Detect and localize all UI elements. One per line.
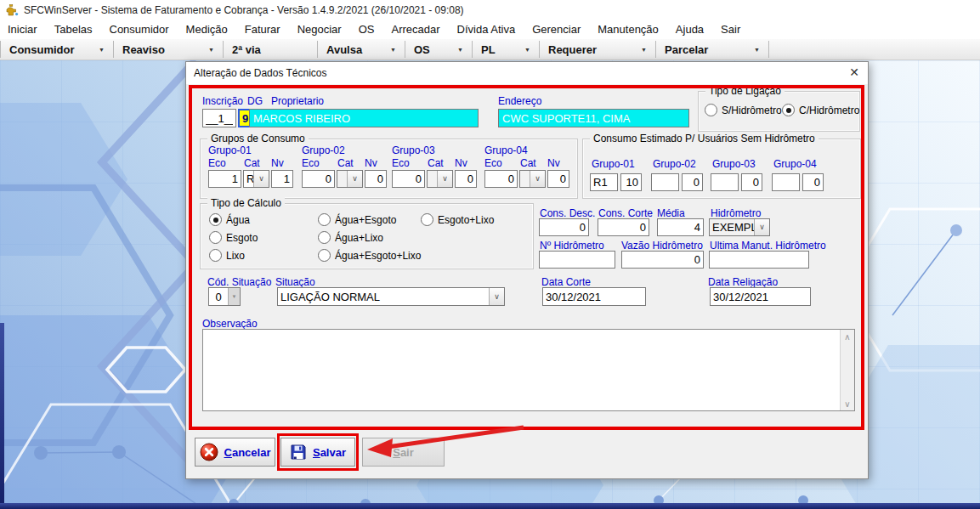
estimado-grupo03-label: Grupo-03 — [712, 158, 756, 170]
toolbar-requerer-button[interactable]: Requerer ▼ — [540, 39, 655, 59]
radio-agua-esgoto-lixo[interactable]: Água+Esgoto+Lixo — [318, 249, 421, 262]
menu-gerenciar[interactable]: Gerenciar — [532, 23, 581, 36]
estimado-grupo01-valor-input[interactable] — [620, 173, 642, 191]
cod-situacao-value: 0 — [209, 291, 228, 303]
toolbar-avulsa-button[interactable]: Avulsa ▼ — [318, 39, 405, 59]
radio-circle-icon — [318, 249, 331, 262]
radio-lixo[interactable]: Lixo — [209, 249, 245, 262]
radio-c-hidrometro[interactable]: C/Hidrômetro — [782, 104, 859, 116]
observacao-textarea[interactable]: ∧ ∨ — [202, 329, 855, 411]
toolbar-reaviso-button[interactable]: Reaviso ▼ — [114, 39, 223, 59]
observacao-scrollbar[interactable]: ∧ ∨ — [840, 330, 854, 410]
dropdown-arrow-icon: ▼ — [754, 47, 760, 53]
grupo02-label: Grupo-02 — [302, 144, 345, 156]
cancelar-label: Cancelar — [224, 446, 271, 459]
toolbar-consumidor-button[interactable]: Consumidor ▼ — [1, 39, 113, 59]
situacao-value: LIGAÇÃO NORMAL — [278, 291, 489, 303]
combo-button[interactable]: ∨ — [437, 171, 452, 187]
consumo-estimado-legend: Consumo Estimado P/ Usuários Sem Hidrôme… — [590, 133, 819, 144]
consumo-estimado-groupbox: Consumo Estimado P/ Usuários Sem Hidrôme… — [582, 139, 861, 199]
menu-divida-ativa[interactable]: Dívida Ativa — [457, 23, 516, 36]
estimado-grupo02-valor-input[interactable] — [682, 173, 703, 191]
grupo03-cat-combo[interactable]: ∨ — [427, 170, 453, 188]
estimado-grupo04-valor-input[interactable] — [802, 173, 824, 191]
ultima-manut-input[interactable] — [709, 251, 809, 269]
cons-desc-label: Cons. Desc. — [540, 207, 595, 219]
situacao-label: Situação — [275, 276, 315, 288]
menu-iniciar[interactable]: Iniciar — [8, 23, 37, 36]
scroll-down-icon[interactable]: ∨ — [841, 397, 854, 410]
grupo01-cat-combo[interactable]: R ∨ — [243, 170, 269, 188]
proprietario-field: MARCOS RIBEIRO — [249, 109, 479, 127]
inscricao-input[interactable] — [202, 109, 236, 127]
combo-button[interactable]: ∨ — [530, 171, 545, 187]
cod-situacao-combo[interactable]: 0 ▼ — [208, 287, 241, 306]
grupo02-nv-input[interactable] — [365, 170, 387, 188]
num-hidrometro-input[interactable] — [539, 251, 615, 269]
cancelar-button[interactable]: Cancelar — [195, 438, 275, 467]
radio-agua-lixo[interactable]: Água+Lixo — [318, 231, 383, 244]
grupo02-cat-combo[interactable]: ∨ — [337, 170, 363, 188]
grupo01-cat-value: R — [244, 172, 253, 185]
toolbar-2avia-button[interactable]: 2ª via — [224, 39, 317, 59]
menu-bar: Iniciar Tabelas Consumidor Medição Fatur… — [0, 20, 980, 38]
media-input[interactable] — [657, 218, 704, 236]
toolbar-pl-button[interactable]: PL ▼ — [473, 39, 539, 59]
grupo04-eco-input[interactable] — [484, 170, 518, 188]
menu-faturar[interactable]: Faturar — [245, 23, 280, 36]
hidrometro-value: EXEMPL — [710, 221, 754, 234]
grupo01-eco-input[interactable] — [208, 170, 241, 188]
radio-s-hidrometro-label: S/Hidrômetro — [722, 105, 782, 116]
radio-agua[interactable]: Água — [209, 213, 250, 226]
close-icon[interactable]: ✕ — [849, 65, 859, 79]
data-religacao-input[interactable] — [710, 287, 811, 306]
radio-esgoto-lixo[interactable]: Esgoto+Lixo — [421, 213, 494, 226]
nv-col-label: Nv — [455, 157, 467, 169]
estimado-grupo02-cat-input[interactable] — [651, 173, 679, 191]
menu-sair[interactable]: Sair — [721, 23, 740, 36]
grupo01-nv-input[interactable] — [271, 170, 293, 188]
tipo-ligacao-legend: Tipo de Ligação — [705, 85, 785, 97]
grupos-consumo-legend: Grupos de Consumo — [207, 133, 309, 144]
radio-agua-lixo-label: Água+Lixo — [335, 232, 383, 244]
toolbar-os-button[interactable]: OS ▼ — [405, 39, 472, 59]
combo-button[interactable]: ∨ — [489, 288, 504, 305]
estimado-grupo01-cat-input[interactable] — [590, 173, 618, 191]
situacao-combo[interactable]: LIGAÇÃO NORMAL ∨ — [277, 287, 505, 306]
estimado-grupo03-valor-input[interactable] — [741, 173, 762, 191]
scroll-up-icon[interactable]: ∧ — [841, 330, 854, 343]
menu-os[interactable]: OS — [359, 23, 375, 36]
hidrometro-combo[interactable]: EXEMPL ∨ — [709, 218, 770, 236]
radio-circle-icon — [782, 104, 795, 116]
grupo03-nv-input[interactable] — [455, 170, 477, 188]
menu-arrecadar[interactable]: Arrecadar — [391, 23, 439, 36]
vazao-hidrometro-input[interactable] — [621, 251, 704, 269]
radio-esgoto[interactable]: Esgoto — [209, 231, 258, 244]
radio-agua-esgoto[interactable]: Água+Esgoto — [318, 213, 396, 226]
combo-button[interactable]: ∨ — [253, 171, 269, 187]
menu-consumidor[interactable]: Consumidor — [110, 23, 169, 36]
estimado-grupo04-cat-input[interactable] — [772, 173, 800, 191]
radio-s-hidrometro[interactable]: S/Hidrômetro — [705, 104, 782, 116]
grupo03-eco-input[interactable] — [392, 170, 425, 188]
combo-button[interactable]: ∨ — [754, 219, 769, 235]
combo-button[interactable]: ∨ — [347, 171, 362, 187]
menu-manutencao[interactable]: Manutenção — [598, 23, 659, 36]
toolbar-parcelar-button[interactable]: Parcelar ▼ — [656, 39, 768, 59]
salvar-button[interactable]: Salvar — [280, 438, 355, 467]
menu-medicao[interactable]: Medição — [186, 23, 228, 36]
data-corte-input[interactable] — [542, 287, 646, 306]
menu-ajuda[interactable]: Ajuda — [676, 23, 704, 36]
menu-tabelas[interactable]: Tabelas — [54, 23, 93, 36]
cons-corte-input[interactable] — [598, 218, 649, 236]
grupo04-cat-combo[interactable]: ∨ — [519, 170, 546, 188]
radio-circle-icon — [209, 213, 222, 226]
menu-negociar[interactable]: Negociar — [297, 23, 342, 36]
toolbar-parcelar-label: Parcelar — [665, 43, 708, 56]
cons-desc-input[interactable] — [539, 218, 589, 236]
combo-button[interactable]: ▼ — [228, 288, 240, 305]
estimado-grupo02-label: Grupo-02 — [653, 158, 696, 170]
grupo04-nv-input[interactable] — [547, 170, 569, 188]
estimado-grupo03-cat-input[interactable] — [711, 173, 739, 191]
grupo02-eco-input[interactable] — [302, 170, 335, 188]
